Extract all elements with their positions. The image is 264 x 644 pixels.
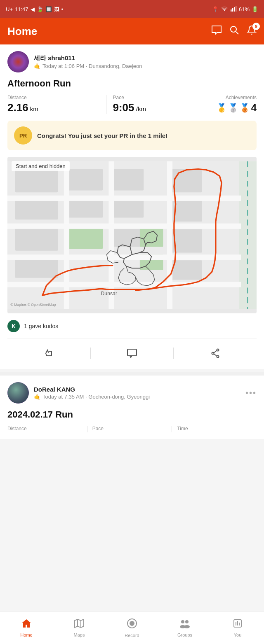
- kudos-avatar: K: [7, 320, 20, 332]
- achievements-label: Achievements: [211, 95, 257, 100]
- second-pace-stat: Pace: [87, 426, 172, 432]
- home-icon: [21, 618, 32, 631]
- card-divider: [0, 372, 264, 376]
- second-username[interactable]: DoReal KANG: [34, 386, 240, 393]
- svg-rect-30: [7, 224, 241, 229]
- header-actions: 9: [211, 25, 257, 37]
- second-time-stat: Time: [172, 426, 257, 432]
- comment-button[interactable]: [91, 344, 174, 362]
- you-icon: [233, 618, 243, 631]
- svg-line-40: [214, 354, 217, 356]
- svg-text:© Mapbox © OpenStreetMap: © Mapbox © OpenStreetMap: [11, 303, 56, 307]
- first-post-card: 세라 shrah011 🤙 Today at 1:06 PM · Dunsand…: [0, 44, 264, 369]
- record-nav-label: Record: [125, 633, 139, 638]
- pace-stat: Pace 9:05 /km: [106, 95, 212, 114]
- app-icon1: 🍃: [37, 6, 43, 12]
- signal-icon: ◀: [31, 6, 35, 12]
- second-distance-stat: Distance: [7, 426, 87, 432]
- silver-medal-icon: 🥈: [228, 103, 238, 113]
- svg-rect-14: [113, 169, 144, 191]
- notification-badge: 9: [252, 23, 260, 30]
- svg-rect-9: [15, 200, 58, 219]
- nav-spacer: [0, 439, 264, 490]
- location-icon: 📍: [212, 6, 219, 12]
- pr-icon: PR: [14, 126, 32, 145]
- timestamp: Today at 1:06 PM · Dunsandong, Daejeon: [42, 63, 142, 69]
- achievements-stat: Achievements 🥇 🥈 🥉 4: [211, 95, 257, 114]
- more-options-button[interactable]: •••: [245, 388, 257, 398]
- svg-point-38: [217, 356, 219, 358]
- bottom-nav: Home Maps Record: [0, 611, 264, 644]
- nav-home[interactable]: Home: [0, 611, 53, 644]
- svg-rect-12: [68, 169, 103, 191]
- second-timestamp: Today at 7:35 AM · Gocheon-dong, Gyeongg…: [42, 394, 150, 400]
- groups-icon: [179, 618, 191, 631]
- time-text: 11:47: [15, 6, 28, 12]
- svg-rect-32: [7, 282, 241, 287]
- second-user-details: DoReal KANG 🤙 Today at 7:35 AM · Gocheon…: [34, 386, 240, 400]
- distance-value: 2.16 km: [7, 101, 99, 114]
- carrier-text: U+: [6, 6, 13, 12]
- svg-point-46: [181, 620, 184, 623]
- second-user-meta: 🤙 Today at 7:35 AM · Gocheon-dong, Gyeon…: [34, 394, 240, 400]
- nav-you[interactable]: You: [211, 611, 264, 644]
- username[interactable]: 세라 shrah011: [34, 54, 257, 62]
- like-button[interactable]: [7, 344, 90, 362]
- status-bar: U+ 11:47 ◀ 🍃 🔲 🖼 • 📍 61% 🔋: [0, 0, 264, 18]
- header-title: Home: [7, 25, 37, 38]
- bronze-medal-icon: 🥉: [240, 103, 250, 113]
- user-details: 세라 shrah011 🤙 Today at 1:06 PM · Dunsand…: [34, 54, 257, 69]
- svg-point-36: [217, 349, 219, 351]
- svg-rect-23: [171, 260, 202, 280]
- svg-rect-15: [113, 198, 144, 217]
- svg-text:Dunsar: Dunsar: [101, 291, 118, 296]
- second-distance-label: Distance: [7, 426, 82, 432]
- pace-label: Pace: [113, 95, 205, 100]
- groups-nav-label: Groups: [177, 632, 192, 637]
- status-right: 📍 61% 🔋: [212, 6, 258, 13]
- svg-rect-11: [15, 259, 58, 278]
- share-button[interactable]: [174, 344, 257, 362]
- nav-groups[interactable]: Groups: [158, 611, 211, 644]
- chat-icon[interactable]: [211, 25, 222, 37]
- activity-title: Afternoon Run: [7, 78, 257, 89]
- second-stats-row: Distance Pace Time: [7, 426, 257, 432]
- user-avatar[interactable]: [7, 51, 29, 72]
- app-icon2: 🔲: [45, 6, 52, 12]
- app-icon3: 🖼: [54, 6, 59, 12]
- distance-label: Distance: [7, 95, 99, 100]
- svg-rect-8: [15, 169, 58, 193]
- nav-record[interactable]: Record: [106, 611, 158, 644]
- svg-line-5: [236, 32, 238, 34]
- svg-rect-1: [232, 8, 233, 12]
- app-header: Home 9: [0, 18, 264, 44]
- second-time-label: Time: [177, 426, 252, 432]
- svg-rect-0: [231, 9, 232, 12]
- svg-line-39: [214, 350, 217, 353]
- pace-value: 9:05 /km: [113, 101, 205, 114]
- svg-rect-29: [7, 196, 241, 201]
- svg-marker-41: [75, 619, 84, 628]
- achievements-row: 🥇 🥈 🥉 4: [211, 102, 257, 114]
- kudos-text: 1 gave kudos: [24, 323, 58, 329]
- stats-row: Distance 2.16 km Pace 9:05 /km Achieveme…: [7, 95, 257, 114]
- map-label: Start and end hidden: [12, 161, 70, 171]
- search-icon[interactable]: [229, 25, 239, 37]
- run-icon: 🤙: [34, 63, 40, 69]
- svg-point-49: [184, 625, 190, 628]
- battery-icon: 🔋: [252, 6, 258, 12]
- second-run-icon: 🤙: [34, 394, 40, 400]
- notification-icon[interactable]: 9: [247, 25, 257, 37]
- nav-maps[interactable]: Maps: [53, 611, 106, 644]
- second-user-avatar[interactable]: [7, 382, 29, 404]
- svg-rect-17: [68, 225, 103, 249]
- gold-medal-icon: 🥇: [217, 103, 227, 113]
- second-pace-label: Pace: [92, 426, 167, 432]
- kudos-row: K 1 gave kudos: [7, 320, 257, 338]
- svg-point-4: [231, 26, 236, 32]
- svg-point-45: [130, 621, 134, 625]
- distance-stat: Distance 2.16 km: [7, 95, 106, 114]
- second-activity-title: 2024.02.17 Run: [7, 409, 257, 420]
- maps-icon: [74, 618, 85, 631]
- route-map[interactable]: Start and end hidden: [7, 157, 257, 313]
